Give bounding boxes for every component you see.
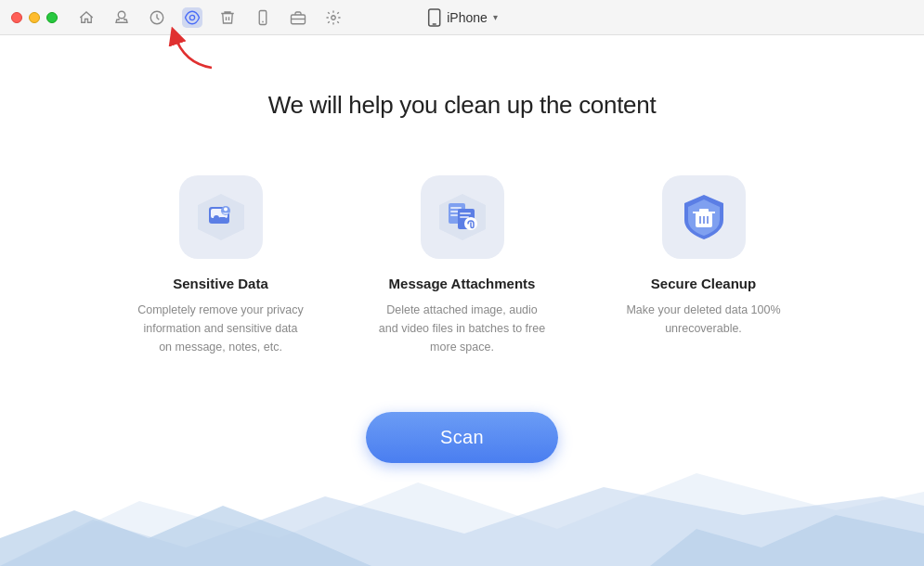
- arrow-indicator: [165, 26, 221, 76]
- svg-point-0: [118, 11, 125, 19]
- titlebar: iPhone ▾: [0, 0, 924, 35]
- svg-point-17: [224, 208, 228, 212]
- message-attachments-title: Message Attachments: [389, 276, 536, 291]
- briefcase-icon[interactable]: [288, 7, 308, 28]
- feature-message-attachments: Message Attachments Delete attached imag…: [379, 175, 546, 356]
- svg-rect-15: [219, 217, 226, 219]
- device-selector[interactable]: iPhone ▾: [426, 8, 498, 27]
- secure-cleanup-desc: Make your deleted data 100% unrecoverabl…: [620, 301, 787, 338]
- headline: We will help you clean up the content: [268, 91, 657, 120]
- svg-point-2: [189, 15, 194, 19]
- sensitive-data-desc: Completely remove your privacy informati…: [137, 301, 305, 356]
- mountain-background: [0, 445, 924, 566]
- device-name: iPhone: [447, 10, 488, 25]
- message-attachments-icon: [436, 190, 489, 244]
- minimize-button[interactable]: [29, 12, 40, 23]
- feature-sensitive-data: Sensitive Data Completely remove your pr…: [137, 175, 305, 356]
- main-content: We will help you clean up the content Se…: [0, 35, 924, 566]
- message-attachments-desc: Delete attached image, audio and video f…: [379, 301, 546, 356]
- secure-cleanup-title: Secure Cleanup: [651, 276, 756, 291]
- device-chevron: ▾: [493, 12, 498, 22]
- trash-icon[interactable]: [217, 7, 238, 28]
- phone-icon[interactable]: [253, 7, 273, 28]
- clock-icon[interactable]: [147, 7, 167, 28]
- features-row: Sensitive Data Completely remove your pr…: [137, 175, 787, 356]
- svg-rect-29: [699, 209, 709, 212]
- sensitive-data-icon-bg: [179, 175, 263, 259]
- sensitive-data-title: Sensitive Data: [173, 276, 268, 291]
- svg-point-14: [214, 215, 219, 221]
- svg-rect-22: [450, 214, 458, 216]
- svg-point-7: [332, 15, 336, 19]
- secure-cleanup-icon: [677, 190, 731, 244]
- iphone-icon: [426, 8, 441, 27]
- privacy-icon[interactable]: [182, 7, 202, 28]
- message-attachments-icon-bg: [421, 175, 504, 259]
- svg-rect-24: [460, 212, 471, 214]
- feature-secure-cleanup: Secure Cleanup Make your deleted data 10…: [620, 175, 787, 338]
- svg-rect-20: [450, 207, 462, 209]
- traffic-lights: [11, 12, 58, 23]
- toolbar-icons: [76, 7, 344, 28]
- maximize-button[interactable]: [46, 12, 58, 23]
- close-button[interactable]: [11, 12, 22, 23]
- home-icon[interactable]: [76, 7, 97, 28]
- svg-rect-3: [259, 10, 267, 24]
- sensitive-data-icon: [194, 190, 248, 244]
- svg-rect-25: [460, 216, 469, 218]
- settings-icon[interactable]: [323, 7, 344, 28]
- stamp-icon[interactable]: [111, 7, 132, 28]
- secure-cleanup-icon-bg: [662, 175, 746, 259]
